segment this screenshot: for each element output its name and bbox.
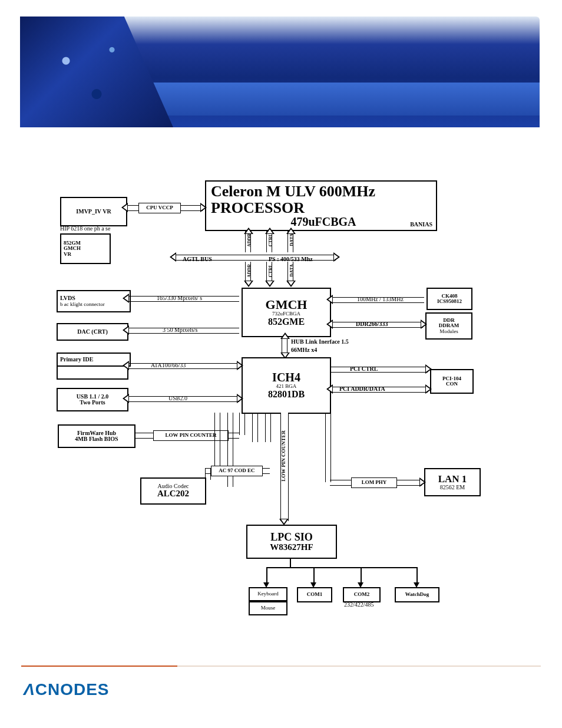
brand-logo: ΛCNODES	[24, 680, 109, 699]
arrow-icon	[419, 477, 426, 487]
usb-label: USB2.0	[168, 395, 187, 401]
ddr-block: DDR DDRAM Modules	[425, 312, 472, 340]
imvp-l2: HIP 6218 one ph a se	[60, 225, 110, 232]
arrow-icon	[123, 294, 129, 303]
gmch-block: GMCH 732uFCBGA 852GME	[242, 288, 331, 337]
pci104-block: PCI-104 CON	[430, 369, 474, 394]
fsb-left: AGTL BUS	[183, 256, 212, 262]
arrow-icon	[123, 325, 129, 335]
hub-link-l2: 66MHz x4	[291, 347, 317, 353]
pci-ctrl-bus	[330, 367, 428, 373]
arrow-icon	[244, 281, 253, 287]
footer-rule	[21, 666, 541, 667]
arrow-icon	[121, 203, 128, 212]
pci-addr-label: PCI ADDR/DATA	[339, 386, 385, 392]
lpc-vertical-channel: LOW PIN COUNTER	[280, 413, 289, 521]
cpu-vccp-label: CPU VCCP	[138, 203, 181, 213]
com1-box: COM1	[297, 587, 332, 602]
dac-block: DAC (CRT)	[57, 323, 128, 341]
ata-label: ATA100/66/33	[151, 362, 186, 368]
processor-block: Celeron M ULV 600MHz PROCESSOR 479uFCBGA…	[205, 180, 437, 231]
arrow-icon	[237, 361, 243, 370]
arrow-icon	[425, 384, 432, 394]
fwh-block: FirmWare Hub 4MB Flash BIOS	[58, 424, 135, 448]
com2b-label: 232/422/485	[344, 601, 374, 608]
lvds-rate: 165/330 Mpixels/ s	[157, 295, 202, 301]
arrow-icon	[170, 252, 176, 262]
processor-sidenote: BANIAS	[410, 221, 432, 228]
usb-block: USB 1.1 / 2.0 Two Ports	[57, 388, 128, 411]
processor-line2: PROCESSOR	[211, 200, 305, 216]
arrow-icon	[326, 295, 333, 304]
gmch-vr-block: 852GM GMCH VR	[60, 233, 111, 264]
arrow-icon	[326, 384, 333, 394]
arrow-icon	[425, 364, 432, 374]
keyboard-box: Keyboard	[249, 587, 287, 601]
mouse-box: Mouse	[249, 601, 287, 615]
arrow-icon	[280, 332, 290, 339]
arrow-icon	[286, 281, 296, 287]
lvds-block: LVDS b ac klight connector	[57, 290, 131, 312]
arrow-icon	[123, 394, 129, 403]
processor-line3: 479uFCBGA	[290, 216, 356, 228]
ddr-label: DDR266/333	[356, 321, 388, 327]
pci-ctrl-label: PCI CTRL	[350, 365, 378, 372]
arrow-icon	[326, 319, 333, 329]
hub-link-l1: HUB Link Inerface 1.5	[291, 338, 349, 345]
clock-rate: 100MHz / 133MHz	[357, 296, 404, 302]
arrow-icon	[237, 394, 243, 403]
arrow-icon	[333, 252, 340, 262]
processor-line1: Celeron M ULV 600MHz	[211, 183, 375, 199]
ich4-block: ICH4 421 BGA 82801DB	[242, 357, 331, 414]
arrow-icon	[421, 319, 427, 329]
com2-box: COM2	[343, 587, 381, 602]
ck408-block: CK408 ICS950812	[427, 288, 472, 310]
audio-block: Audio Codec ALC202	[140, 477, 206, 505]
dac-rate: 3 50 Mpixels/s	[163, 327, 197, 333]
primary-ide-block: Primary IDE	[57, 353, 131, 367]
lom-label-box: LOM PHY	[351, 477, 397, 488]
block-diagram: Celeron M ULV 600MHz PROCESSOR 479uFCBGA…	[57, 177, 505, 631]
arrow-icon	[200, 203, 207, 212]
arrow-icon	[123, 361, 129, 370]
lpc-sio-block: LPC SIO W83627HF	[246, 525, 337, 559]
arrow-icon	[265, 281, 275, 287]
ac97-label-box: AC 97 COD EC	[211, 466, 263, 476]
watchdog-box: WatchDog	[395, 587, 439, 602]
lan-block: LAN 1 82562 EM	[424, 468, 481, 496]
imvp-l1: IMVP_IV VR	[76, 209, 111, 215]
imvp-block: IMVP_IV VR	[60, 197, 127, 226]
ide-empty-block	[57, 365, 128, 380]
